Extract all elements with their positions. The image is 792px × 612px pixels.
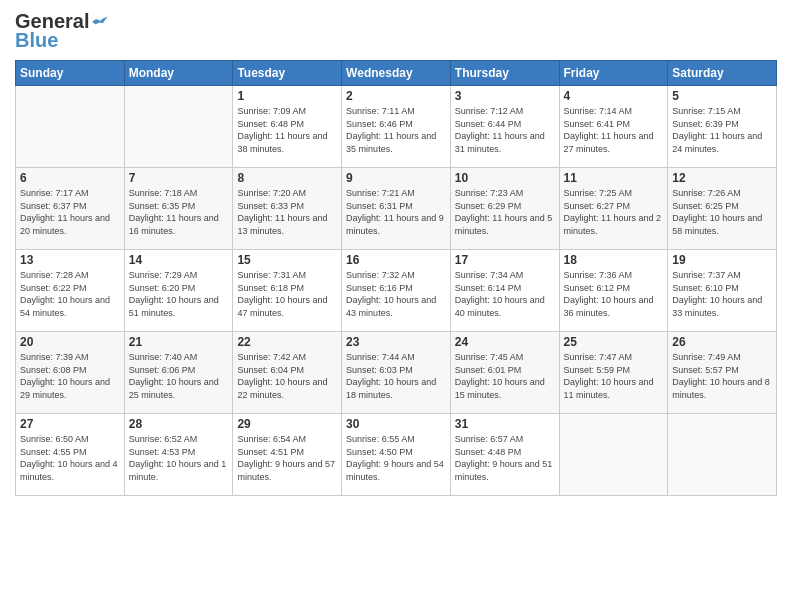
day-info: Sunrise: 6:57 AM Sunset: 4:48 PM Dayligh… [455, 433, 555, 483]
day-info: Sunrise: 6:54 AM Sunset: 4:51 PM Dayligh… [237, 433, 337, 483]
day-number: 2 [346, 89, 446, 103]
day-number: 16 [346, 253, 446, 267]
day-number: 27 [20, 417, 120, 431]
calendar-cell: 14Sunrise: 7:29 AM Sunset: 6:20 PM Dayli… [124, 250, 233, 332]
weekday-header: Sunday [16, 61, 125, 86]
day-number: 23 [346, 335, 446, 349]
day-number: 15 [237, 253, 337, 267]
day-info: Sunrise: 7:36 AM Sunset: 6:12 PM Dayligh… [564, 269, 664, 319]
day-number: 20 [20, 335, 120, 349]
day-number: 24 [455, 335, 555, 349]
day-number: 13 [20, 253, 120, 267]
day-number: 14 [129, 253, 229, 267]
calendar-cell [124, 86, 233, 168]
day-number: 31 [455, 417, 555, 431]
calendar-week-row: 13Sunrise: 7:28 AM Sunset: 6:22 PM Dayli… [16, 250, 777, 332]
page-header: General Blue [15, 10, 777, 52]
calendar-cell: 17Sunrise: 7:34 AM Sunset: 6:14 PM Dayli… [450, 250, 559, 332]
day-info: Sunrise: 7:25 AM Sunset: 6:27 PM Dayligh… [564, 187, 664, 237]
day-number: 6 [20, 171, 120, 185]
calendar-cell: 9Sunrise: 7:21 AM Sunset: 6:31 PM Daylig… [342, 168, 451, 250]
calendar-cell: 27Sunrise: 6:50 AM Sunset: 4:55 PM Dayli… [16, 414, 125, 496]
day-number: 1 [237, 89, 337, 103]
day-number: 29 [237, 417, 337, 431]
calendar-cell: 4Sunrise: 7:14 AM Sunset: 6:41 PM Daylig… [559, 86, 668, 168]
day-info: Sunrise: 6:52 AM Sunset: 4:53 PM Dayligh… [129, 433, 229, 483]
day-info: Sunrise: 7:17 AM Sunset: 6:37 PM Dayligh… [20, 187, 120, 237]
calendar-cell: 23Sunrise: 7:44 AM Sunset: 6:03 PM Dayli… [342, 332, 451, 414]
calendar-cell: 26Sunrise: 7:49 AM Sunset: 5:57 PM Dayli… [668, 332, 777, 414]
calendar-week-row: 20Sunrise: 7:39 AM Sunset: 6:08 PM Dayli… [16, 332, 777, 414]
calendar-cell: 3Sunrise: 7:12 AM Sunset: 6:44 PM Daylig… [450, 86, 559, 168]
day-info: Sunrise: 7:26 AM Sunset: 6:25 PM Dayligh… [672, 187, 772, 237]
logo-blue: Blue [15, 29, 58, 52]
day-number: 25 [564, 335, 664, 349]
calendar-cell: 31Sunrise: 6:57 AM Sunset: 4:48 PM Dayli… [450, 414, 559, 496]
day-number: 18 [564, 253, 664, 267]
day-info: Sunrise: 7:12 AM Sunset: 6:44 PM Dayligh… [455, 105, 555, 155]
day-info: Sunrise: 7:37 AM Sunset: 6:10 PM Dayligh… [672, 269, 772, 319]
calendar-cell: 12Sunrise: 7:26 AM Sunset: 6:25 PM Dayli… [668, 168, 777, 250]
weekday-header: Saturday [668, 61, 777, 86]
calendar-week-row: 1Sunrise: 7:09 AM Sunset: 6:48 PM Daylig… [16, 86, 777, 168]
weekday-header: Friday [559, 61, 668, 86]
day-info: Sunrise: 7:40 AM Sunset: 6:06 PM Dayligh… [129, 351, 229, 401]
day-number: 11 [564, 171, 664, 185]
day-number: 28 [129, 417, 229, 431]
day-info: Sunrise: 7:11 AM Sunset: 6:46 PM Dayligh… [346, 105, 446, 155]
calendar-cell [559, 414, 668, 496]
calendar-cell: 15Sunrise: 7:31 AM Sunset: 6:18 PM Dayli… [233, 250, 342, 332]
calendar-cell: 28Sunrise: 6:52 AM Sunset: 4:53 PM Dayli… [124, 414, 233, 496]
calendar-cell: 29Sunrise: 6:54 AM Sunset: 4:51 PM Dayli… [233, 414, 342, 496]
day-number: 5 [672, 89, 772, 103]
day-info: Sunrise: 6:50 AM Sunset: 4:55 PM Dayligh… [20, 433, 120, 483]
calendar-week-row: 6Sunrise: 7:17 AM Sunset: 6:37 PM Daylig… [16, 168, 777, 250]
calendar-cell: 30Sunrise: 6:55 AM Sunset: 4:50 PM Dayli… [342, 414, 451, 496]
day-info: Sunrise: 7:18 AM Sunset: 6:35 PM Dayligh… [129, 187, 229, 237]
day-info: Sunrise: 7:21 AM Sunset: 6:31 PM Dayligh… [346, 187, 446, 237]
day-info: Sunrise: 7:44 AM Sunset: 6:03 PM Dayligh… [346, 351, 446, 401]
logo-bird-icon [91, 15, 109, 29]
calendar-cell: 19Sunrise: 7:37 AM Sunset: 6:10 PM Dayli… [668, 250, 777, 332]
day-info: Sunrise: 7:15 AM Sunset: 6:39 PM Dayligh… [672, 105, 772, 155]
calendar-cell: 18Sunrise: 7:36 AM Sunset: 6:12 PM Dayli… [559, 250, 668, 332]
calendar-cell: 10Sunrise: 7:23 AM Sunset: 6:29 PM Dayli… [450, 168, 559, 250]
calendar-cell: 25Sunrise: 7:47 AM Sunset: 5:59 PM Dayli… [559, 332, 668, 414]
day-number: 8 [237, 171, 337, 185]
day-number: 19 [672, 253, 772, 267]
day-info: Sunrise: 7:29 AM Sunset: 6:20 PM Dayligh… [129, 269, 229, 319]
calendar-cell [16, 86, 125, 168]
day-number: 10 [455, 171, 555, 185]
day-info: Sunrise: 7:49 AM Sunset: 5:57 PM Dayligh… [672, 351, 772, 401]
day-number: 12 [672, 171, 772, 185]
calendar-header-row: SundayMondayTuesdayWednesdayThursdayFrid… [16, 61, 777, 86]
weekday-header: Thursday [450, 61, 559, 86]
calendar-cell: 11Sunrise: 7:25 AM Sunset: 6:27 PM Dayli… [559, 168, 668, 250]
day-info: Sunrise: 7:28 AM Sunset: 6:22 PM Dayligh… [20, 269, 120, 319]
day-info: Sunrise: 7:42 AM Sunset: 6:04 PM Dayligh… [237, 351, 337, 401]
day-info: Sunrise: 7:20 AM Sunset: 6:33 PM Dayligh… [237, 187, 337, 237]
day-info: Sunrise: 7:47 AM Sunset: 5:59 PM Dayligh… [564, 351, 664, 401]
day-number: 7 [129, 171, 229, 185]
calendar-cell: 6Sunrise: 7:17 AM Sunset: 6:37 PM Daylig… [16, 168, 125, 250]
day-number: 22 [237, 335, 337, 349]
day-number: 9 [346, 171, 446, 185]
day-info: Sunrise: 7:34 AM Sunset: 6:14 PM Dayligh… [455, 269, 555, 319]
calendar-cell: 24Sunrise: 7:45 AM Sunset: 6:01 PM Dayli… [450, 332, 559, 414]
day-number: 17 [455, 253, 555, 267]
day-info: Sunrise: 7:32 AM Sunset: 6:16 PM Dayligh… [346, 269, 446, 319]
weekday-header: Wednesday [342, 61, 451, 86]
calendar-cell [668, 414, 777, 496]
day-info: Sunrise: 7:14 AM Sunset: 6:41 PM Dayligh… [564, 105, 664, 155]
calendar-cell: 2Sunrise: 7:11 AM Sunset: 6:46 PM Daylig… [342, 86, 451, 168]
calendar-cell: 5Sunrise: 7:15 AM Sunset: 6:39 PM Daylig… [668, 86, 777, 168]
calendar-cell: 13Sunrise: 7:28 AM Sunset: 6:22 PM Dayli… [16, 250, 125, 332]
calendar-table: SundayMondayTuesdayWednesdayThursdayFrid… [15, 60, 777, 496]
day-number: 21 [129, 335, 229, 349]
calendar-cell: 22Sunrise: 7:42 AM Sunset: 6:04 PM Dayli… [233, 332, 342, 414]
calendar-week-row: 27Sunrise: 6:50 AM Sunset: 4:55 PM Dayli… [16, 414, 777, 496]
day-number: 4 [564, 89, 664, 103]
day-number: 3 [455, 89, 555, 103]
calendar-cell: 21Sunrise: 7:40 AM Sunset: 6:06 PM Dayli… [124, 332, 233, 414]
day-info: Sunrise: 6:55 AM Sunset: 4:50 PM Dayligh… [346, 433, 446, 483]
